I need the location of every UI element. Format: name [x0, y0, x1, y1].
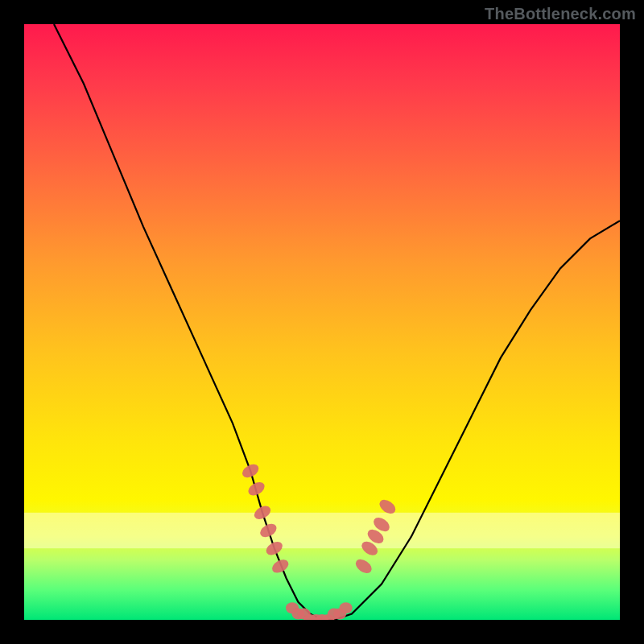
watermark-text: TheBottleneck.com: [485, 5, 636, 23]
plot-area: [24, 24, 620, 620]
marker-cluster-bottom: [286, 602, 353, 620]
pale-band: [24, 513, 620, 548]
marker-dot: [340, 602, 353, 613]
marker-dot: [270, 557, 291, 576]
marker-dot: [246, 480, 267, 498]
marker-dot: [353, 556, 374, 576]
marker-dot: [240, 461, 261, 480]
chart-svg: [24, 24, 620, 620]
chart-frame: TheBottleneck.com: [0, 0, 644, 644]
svg-rect-0: [24, 513, 620, 548]
